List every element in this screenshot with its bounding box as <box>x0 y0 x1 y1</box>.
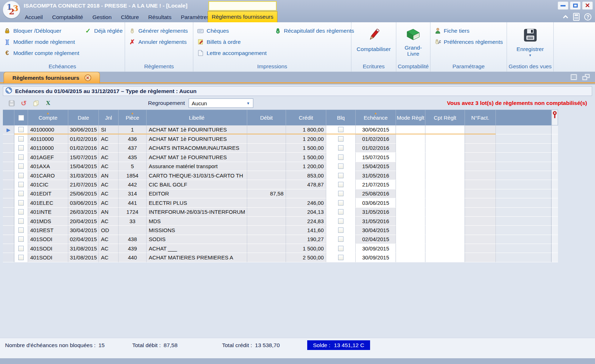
table-row[interactable]: 401AGEF15/07/2015AC435ACHAT MAT 1è FOURN… <box>3 153 558 162</box>
cell-mode-reglt[interactable] <box>396 189 425 198</box>
ribbon-item[interactable]: Fiche tiers <box>434 25 507 36</box>
ribbon-button[interactable]: Comptabiliser <box>351 25 396 65</box>
column-header-mode[interactable]: Mode Règlt <box>396 110 425 125</box>
table-row[interactable]: 401AXA15/04/2015AC5Assurance matériel tr… <box>3 162 558 171</box>
cell-mode-reglt[interactable] <box>396 208 425 217</box>
table-row[interactable]: ▶4010000030/06/2015SI1ACHAT MAT 1è FOURN… <box>3 125 558 134</box>
maximize-button[interactable] <box>570 1 581 10</box>
table-row[interactable]: 401SODI31/08/2015AC439ACHAT ___1 500,003… <box>3 244 558 253</box>
blq-checkbox[interactable] <box>338 136 343 142</box>
cell-cpt-reglt[interactable] <box>425 198 465 207</box>
cell-cpt-reglt[interactable] <box>425 217 465 226</box>
cell-mode-reglt[interactable] <box>396 244 425 253</box>
ribbon-item[interactable]: ✓Déjà réglée <box>84 25 125 36</box>
table-row[interactable]: 401SODI02/04/2015AC438SODIS190,2702/04/2… <box>3 235 558 244</box>
ribbon-item[interactable]: Préférences règlements <box>434 36 507 47</box>
cell-mode-reglt[interactable] <box>396 226 425 235</box>
cell-mode-reglt[interactable] <box>396 235 425 244</box>
ribbon-item[interactable]: Bloquer /Débloquer <box>4 25 84 36</box>
table-row[interactable]: 401CARO31/03/2015AN1854CARTO THEQUE-31/0… <box>3 171 558 180</box>
table-row[interactable]: 401REST30/04/2015ODMISSIONS141,6030/04/2… <box>3 226 558 235</box>
cell-mode-reglt[interactable] <box>396 217 425 226</box>
undo-icon[interactable]: ↺ <box>20 99 27 107</box>
blq-checkbox[interactable] <box>338 236 343 242</box>
column-header-libelle[interactable]: Libellé <box>147 110 247 125</box>
table-row[interactable]: 401ELEC03/06/2015AC441ELECTRI PLUS246,00… <box>3 198 558 207</box>
table-row[interactable]: 4011000001/02/2016AC437ACHATS INTRACOMMU… <box>3 144 558 153</box>
doc-tab-reglements-fournisseurs[interactable]: Règlements fournisseurs ✕ <box>4 72 100 83</box>
cell-cpt-reglt[interactable] <box>425 162 465 171</box>
ribbon-item[interactable]: €Récapitulatif des règlements <box>274 25 357 36</box>
row-select-checkbox[interactable] <box>18 127 24 132</box>
help-icon[interactable]: ? <box>584 13 591 20</box>
row-select-checkbox[interactable] <box>18 255 24 260</box>
row-select-checkbox[interactable] <box>18 136 24 142</box>
table-row[interactable]: 401SODI31/08/2015AC440ACHAT MATIERES PRE… <box>3 253 558 262</box>
ribbon-button[interactable]: Enregistrer▼ <box>507 25 553 65</box>
row-select-checkbox[interactable] <box>18 173 24 178</box>
blq-checkbox[interactable] <box>338 218 343 224</box>
ribbon-item[interactable]: ✗Annuler règlements <box>129 36 193 47</box>
cell-mode-reglt[interactable] <box>396 162 425 171</box>
column-header-debit[interactable]: Débit <box>247 110 286 125</box>
column-chooser-button[interactable] <box>552 110 558 125</box>
cell-cpt-reglt[interactable] <box>425 235 465 244</box>
cell-cpt-reglt[interactable] <box>425 144 465 153</box>
cell-cpt-reglt[interactable] <box>425 134 465 143</box>
blq-checkbox[interactable] <box>338 155 343 160</box>
ribbon-button[interactable]: Grand-Livre <box>396 25 430 65</box>
row-select-checkbox[interactable] <box>18 236 24 242</box>
column-header-echeance[interactable]: ▲Echéance <box>356 110 396 125</box>
row-select-checkbox[interactable] <box>18 227 24 233</box>
copy-icon[interactable] <box>32 100 40 106</box>
blq-checkbox[interactable] <box>338 209 343 215</box>
table-row[interactable]: 401CIC21/07/2015AC442CIC BAIL GOLF478,87… <box>3 180 558 189</box>
ribbon-item[interactable]: €Modifier compte règlement <box>4 47 84 59</box>
regroupement-select[interactable]: Aucun ▼ <box>189 98 253 108</box>
select-all-checkbox[interactable] <box>18 115 24 121</box>
excel-export-icon[interactable]: X <box>45 100 52 107</box>
ribbon-item[interactable]: ][Modifier mode règlement <box>4 36 84 47</box>
ribbon-tab-reglements-fournisseurs[interactable]: Règlements fournisseurs <box>208 11 277 22</box>
cell-mode-reglt[interactable] <box>396 153 425 162</box>
row-select-checkbox[interactable] <box>18 145 24 151</box>
blq-checkbox[interactable] <box>338 163 343 169</box>
cell-mode-reglt[interactable] <box>396 144 425 153</box>
row-select-checkbox[interactable] <box>18 155 24 160</box>
cell-mode-reglt[interactable] <box>396 171 425 180</box>
blq-checkbox[interactable] <box>338 191 343 196</box>
table-row[interactable]: 401INTE26/03/2015AN1724INTERFORUM-26/03/… <box>3 208 558 217</box>
cell-cpt-reglt[interactable] <box>425 244 465 253</box>
close-button[interactable]: ✕ <box>582 1 593 10</box>
cell-cpt-reglt[interactable] <box>425 208 465 217</box>
row-select-checkbox[interactable] <box>18 200 24 206</box>
cell-mode-reglt[interactable] <box>396 198 425 207</box>
menu-item-comptabilite[interactable]: Comptabilité <box>47 12 88 22</box>
blq-checkbox[interactable] <box>338 227 343 233</box>
table-row[interactable]: 4011000001/02/2016AC436ACHAT MAT 1è FOUR… <box>3 134 558 143</box>
collapse-ribbon-icon[interactable] <box>563 15 568 19</box>
cell-cpt-reglt[interactable] <box>425 153 465 162</box>
menu-item-resultats[interactable]: Résultats <box>144 12 176 22</box>
cell-cpt-reglt[interactable] <box>425 253 465 262</box>
column-header-compte[interactable]: ▲Compte <box>28 110 68 125</box>
column-header-nofact[interactable]: N°Fact. <box>465 110 496 125</box>
table-row[interactable]: 401EDIT25/06/2015AC314EDITOR87,5825/08/2… <box>3 189 558 198</box>
ribbon-item[interactable]: Générer règlements <box>129 25 193 36</box>
quick-search-field[interactable] <box>208 1 277 11</box>
row-select-checkbox[interactable] <box>18 218 24 224</box>
cell-mode-reglt[interactable] <box>396 125 425 134</box>
cell-mode-reglt[interactable] <box>396 180 425 189</box>
blq-checkbox[interactable] <box>338 246 343 251</box>
row-select-checkbox[interactable] <box>18 209 24 215</box>
menu-item-cloture[interactable]: Clôture <box>116 12 144 22</box>
column-header-date[interactable]: Date <box>68 110 99 125</box>
document-list-icon[interactable] <box>570 74 578 82</box>
blq-checkbox[interactable] <box>338 182 343 187</box>
blq-checkbox[interactable] <box>338 173 343 178</box>
calculator-icon[interactable] <box>573 13 580 21</box>
blq-checkbox[interactable] <box>338 145 343 151</box>
row-select-checkbox[interactable] <box>18 182 24 187</box>
ribbon-item[interactable]: Billets à ordre <box>197 36 274 47</box>
ribbon-item[interactable]: Lettre accompagnement <box>197 47 274 59</box>
